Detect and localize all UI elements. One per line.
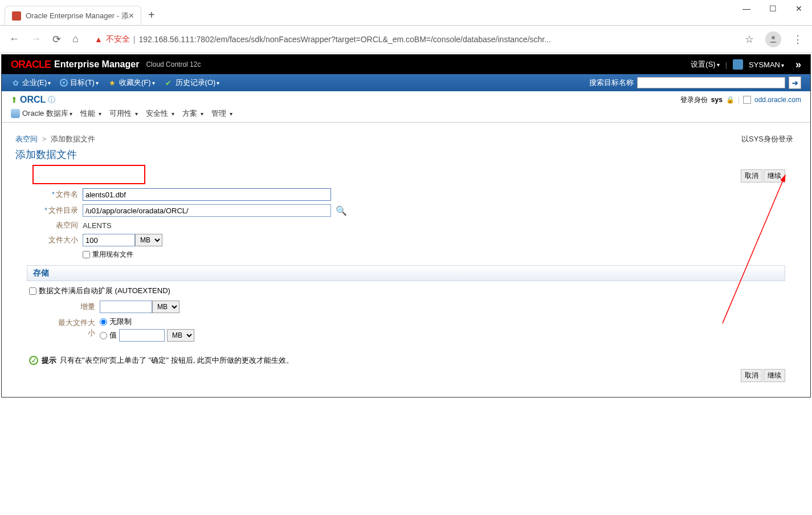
cancel-button-top[interactable]: 取消 <box>741 169 762 183</box>
close-button[interactable]: ✕ <box>786 0 812 17</box>
max-value-input[interactable] <box>119 329 165 342</box>
product-subtitle: Cloud Control 12c <box>146 60 201 68</box>
target-icon <box>60 79 68 87</box>
max-unit-select[interactable]: MB <box>167 329 194 342</box>
db-context-bar: ⬆ ORCL ⓘ 登录身份 sys 🔒 | odd.oracle.com Ora… <box>2 91 810 123</box>
continue-button-top[interactable]: 继续 <box>764 169 785 183</box>
user-icon <box>733 59 743 70</box>
oracle-header: ORACLE Enterprise Manager Cloud Control … <box>2 55 810 74</box>
info-icon[interactable]: ⓘ <box>48 95 55 105</box>
bottom-button-row: 取消 继续 <box>15 369 785 382</box>
login-user: sys <box>711 96 723 104</box>
label-tablespace: 表空间 <box>56 221 78 229</box>
menu-availability[interactable]: 可用性 <box>109 108 138 119</box>
tip-icon: ✓ <box>29 356 38 365</box>
menu-icon[interactable]: ⋮ <box>793 33 803 46</box>
tablespace-value: ALENTS <box>83 221 112 230</box>
menu-admin[interactable]: 管理 <box>211 108 232 119</box>
url-text: 192.168.56.111:7802/em/faces/sdk/nonFace… <box>138 35 551 44</box>
new-tab-button[interactable]: + <box>141 9 162 22</box>
menu-performance[interactable]: 性能 <box>80 108 101 119</box>
server-icon <box>743 96 751 104</box>
page-content: 表空间 > 添加数据文件 添加数据文件 以SYS身份登录 取消 继续 *文件名 … <box>2 123 810 397</box>
search-go-button[interactable]: ➔ <box>789 76 801 89</box>
window-controls: — ☐ ✕ <box>733 0 812 17</box>
gear-icon: ✿ <box>11 78 20 87</box>
bookmark-icon[interactable]: ☆ <box>745 33 754 46</box>
tab-close-icon[interactable]: × <box>129 11 134 21</box>
label-file-size: 文件大小 <box>48 236 78 244</box>
reuse-checkbox[interactable] <box>83 251 90 258</box>
url-box[interactable]: ▲ 不安全 | 192.168.56.111:7802/em/faces/sdk… <box>88 31 736 48</box>
back-button[interactable]: ← <box>9 33 19 46</box>
server-link[interactable]: odd.oracle.com <box>754 96 801 104</box>
warning-icon: ▲ <box>95 35 103 44</box>
label-file-name: 文件名 <box>56 190 78 198</box>
oracle-logo: ORACLE <box>11 59 51 71</box>
note-label: 提示 <box>42 355 56 366</box>
database-icon <box>11 109 20 118</box>
cancel-button-bottom[interactable]: 取消 <box>741 369 762 382</box>
home-button[interactable]: ⌂ <box>72 33 79 46</box>
db-title[interactable]: ORCL <box>20 95 46 105</box>
menu-enterprise[interactable]: ✿ 企业(E) <box>11 78 51 88</box>
note-text: 只有在"表空间"页上单击了 "确定" 按钮后, 此页中所做的更改才能生效。 <box>60 355 293 366</box>
star-icon: ★ <box>108 78 117 87</box>
file-name-input[interactable] <box>83 188 331 201</box>
security-warning: 不安全 <box>106 34 130 44</box>
menu-schema[interactable]: 方案 <box>182 108 203 119</box>
autoextend-checkbox[interactable] <box>29 287 36 295</box>
breadcrumb: 表空间 > 添加数据文件 <box>15 134 797 144</box>
note-row: ✓ 提示 只有在"表空间"页上单击了 "确定" 按钮后, 此页中所做的更改才能生… <box>29 355 797 366</box>
profile-icon[interactable] <box>765 31 781 47</box>
settings-menu[interactable]: 设置(S) <box>691 59 719 70</box>
label-value: 值 <box>109 330 117 340</box>
increment-input[interactable] <box>100 301 152 313</box>
unlimited-radio[interactable] <box>100 318 107 326</box>
label-autoextend: 数据文件满后自动扩展 (AUTOEXTEND) <box>39 286 170 296</box>
breadcrumb-tablespace[interactable]: 表空间 <box>15 135 38 143</box>
label-unlimited: 无限制 <box>109 317 132 327</box>
menu-history[interactable]: ✔ 历史记录(O) <box>164 78 220 88</box>
login-status: 以SYS身份登录 <box>741 134 793 144</box>
lock-icon: 🔒 <box>726 96 735 104</box>
search-label: 搜索目标名称 <box>589 78 634 88</box>
menu-favorites[interactable]: ★ 收藏夹(F) <box>108 78 155 88</box>
label-max-size: 最大文件大小 <box>58 318 95 337</box>
user-menu[interactable]: SYSMAN <box>749 60 784 69</box>
tab-title: Oracle Enterprise Manager - 添 <box>26 11 129 21</box>
increment-unit-select[interactable]: MB <box>152 301 179 313</box>
minimize-button[interactable]: — <box>733 0 760 17</box>
file-size-input[interactable] <box>83 234 135 246</box>
favicon-icon <box>12 11 21 21</box>
browser-tab[interactable]: Oracle Enterprise Manager - 添 × <box>5 6 141 25</box>
address-bar: ← → ⟳ ⌂ ▲ 不安全 | 192.168.56.111:7802/em/f… <box>0 26 812 53</box>
search-input[interactable] <box>637 77 785 88</box>
value-radio[interactable] <box>100 332 107 339</box>
expand-icon[interactable]: » <box>795 59 801 71</box>
login-label: 登录身份 <box>680 95 708 105</box>
breadcrumb-sep: > <box>42 135 47 143</box>
top-button-row: 取消 继续 <box>15 169 785 183</box>
svg-point-0 <box>772 36 775 39</box>
menu-security[interactable]: 安全性 <box>146 108 174 119</box>
file-size-unit-select[interactable]: MB <box>135 234 162 246</box>
continue-button-bottom[interactable]: 继续 <box>764 369 785 382</box>
label-increment: 增量 <box>80 302 95 311</box>
menu-target[interactable]: 目标(T) <box>60 78 99 88</box>
forward-button[interactable]: → <box>31 33 41 46</box>
file-dir-input[interactable] <box>83 204 331 217</box>
up-arrow-icon[interactable]: ⬆ <box>11 95 18 104</box>
main-menubar: ✿ 企业(E) 目标(T) ★ 收藏夹(F) ✔ 历史记录(O) 搜索目标名称 … <box>2 74 810 91</box>
reload-button[interactable]: ⟳ <box>52 33 61 46</box>
breadcrumb-current: 添加数据文件 <box>51 135 95 143</box>
label-file-dir: 文件目录 <box>48 206 78 214</box>
storage-header: 存储 <box>27 265 785 281</box>
maximize-button[interactable]: ☐ <box>760 0 786 17</box>
label-reuse: 重用现有文件 <box>92 250 133 259</box>
browser-window: Oracle Enterprise Manager - 添 × + — ☐ ✕ … <box>0 0 812 398</box>
browser-titlebar: Oracle Enterprise Manager - 添 × + — ☐ ✕ <box>0 0 812 26</box>
product-name: Enterprise Manager <box>54 59 139 70</box>
browse-icon[interactable]: 🔍 <box>336 205 347 216</box>
menu-oracle-db[interactable]: Oracle 数据库 <box>11 108 72 119</box>
